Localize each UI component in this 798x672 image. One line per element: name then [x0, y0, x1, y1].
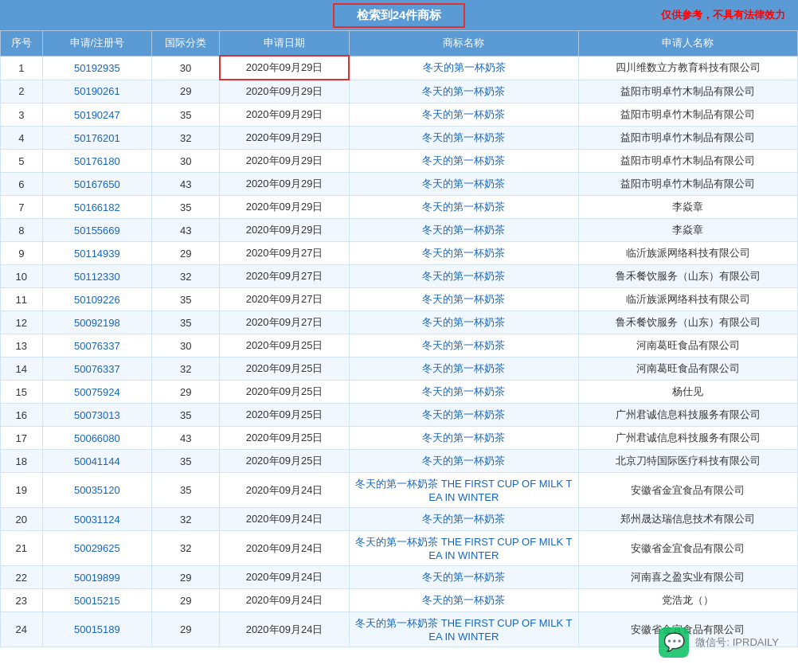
cell-trademark-name[interactable]: 冬天的第一杯奶茶 [349, 508, 578, 531]
cell-date: 2020年09月24日 [220, 566, 350, 589]
table-row: 1650073013352020年09月25日冬天的第一杯奶茶广州君诚信息科技服… [1, 404, 798, 427]
cell-trademark-name[interactable]: 冬天的第一杯奶茶 [349, 404, 578, 427]
cell-appno[interactable]: 50176180 [42, 150, 152, 173]
cell-appno[interactable]: 50192935 [42, 56, 152, 80]
cell-applicant: 广州君诚信息科技服务有限公司 [578, 404, 797, 427]
cell-applicant: 鲁禾餐饮服务（山东）有限公司 [578, 265, 797, 288]
cell-seq: 7 [1, 196, 43, 219]
cell-intl: 30 [152, 334, 220, 357]
table-container: 序号 申请/注册号 国际分类 申请日期 商标名称 申请人名称 150192935… [0, 30, 798, 647]
cell-seq: 3 [1, 104, 43, 127]
search-result-button[interactable]: 检索到24件商标 [333, 3, 466, 28]
cell-intl: 35 [152, 450, 220, 473]
cell-trademark-name[interactable]: 冬天的第一杯奶茶 [349, 56, 578, 80]
cell-date: 2020年09月29日 [220, 104, 350, 127]
cell-trademark-name[interactable]: 冬天的第一杯奶茶 [349, 357, 578, 381]
cell-appno[interactable]: 50029625 [42, 531, 152, 566]
cell-appno[interactable]: 50076337 [42, 334, 152, 357]
cell-trademark-name[interactable]: 冬天的第一杯奶茶 [349, 427, 578, 450]
cell-appno[interactable]: 50015215 [42, 589, 152, 612]
cell-date: 2020年09月29日 [220, 196, 350, 219]
cell-intl: 29 [152, 381, 220, 404]
cell-appno[interactable]: 50114939 [42, 242, 152, 265]
cell-date: 2020年09月27日 [220, 265, 350, 288]
table-row: 2150029625322020年09月24日冬天的第一杯奶茶 THE FIRS… [1, 531, 798, 566]
cell-intl: 32 [152, 127, 220, 150]
cell-date: 2020年09月24日 [220, 508, 350, 531]
cell-trademark-name[interactable]: 冬天的第一杯奶茶 [349, 219, 578, 242]
cell-appno[interactable]: 50155669 [42, 219, 152, 242]
cell-trademark-name[interactable]: 冬天的第一杯奶茶 THE FIRST CUP OF MILK TEA IN WI… [349, 612, 578, 647]
cell-applicant: 益阳市明卓竹木制品有限公司 [578, 150, 797, 173]
table-row: 250190261292020年09月29日冬天的第一杯奶茶益阳市明卓竹木制品有… [1, 80, 798, 104]
cell-applicant: 广州君诚信息科技服务有限公司 [578, 427, 797, 450]
cell-seq: 16 [1, 404, 43, 427]
cell-trademark-name[interactable]: 冬天的第一杯奶茶 [349, 334, 578, 357]
cell-trademark-name[interactable]: 冬天的第一杯奶茶 [349, 589, 578, 612]
cell-seq: 11 [1, 288, 43, 311]
cell-trademark-name[interactable]: 冬天的第一杯奶茶 [349, 381, 578, 404]
cell-trademark-name[interactable]: 冬天的第一杯奶茶 [349, 450, 578, 473]
cell-appno[interactable]: 50019899 [42, 566, 152, 589]
cell-appno[interactable]: 50015189 [42, 612, 152, 647]
cell-trademark-name[interactable]: 冬天的第一杯奶茶 [349, 288, 578, 311]
cell-appno[interactable]: 50109226 [42, 288, 152, 311]
cell-appno[interactable]: 50176201 [42, 127, 152, 150]
cell-appno[interactable]: 50092198 [42, 311, 152, 334]
cell-applicant: 安徽省金宜食品有限公司 [578, 531, 797, 566]
table-row: 450176201322020年09月29日冬天的第一杯奶茶益阳市明卓竹木制品有… [1, 127, 798, 150]
cell-appno[interactable]: 50167650 [42, 173, 152, 196]
cell-seq: 4 [1, 127, 43, 150]
cell-appno[interactable]: 50066080 [42, 427, 152, 450]
col-header-applicant: 申请人名称 [578, 31, 797, 57]
cell-date: 2020年09月25日 [220, 381, 350, 404]
cell-seq: 19 [1, 473, 43, 508]
cell-trademark-name[interactable]: 冬天的第一杯奶茶 [349, 150, 578, 173]
table-row: 850155669432020年09月29日冬天的第一杯奶茶李焱章 [1, 219, 798, 242]
cell-appno[interactable]: 50190247 [42, 104, 152, 127]
cell-seq: 23 [1, 589, 43, 612]
cell-date: 2020年09月27日 [220, 311, 350, 334]
cell-trademark-name[interactable]: 冬天的第一杯奶茶 [349, 196, 578, 219]
cell-date: 2020年09月25日 [220, 357, 350, 381]
cell-trademark-name[interactable]: 冬天的第一杯奶茶 [349, 104, 578, 127]
cell-seq: 12 [1, 311, 43, 334]
cell-trademark-name[interactable]: 冬天的第一杯奶茶 [349, 173, 578, 196]
cell-date: 2020年09月25日 [220, 404, 350, 427]
cell-applicant: 郑州晟达瑞信息技术有限公司 [578, 508, 797, 531]
table-row: 1950035120352020年09月24日冬天的第一杯奶茶 THE FIRS… [1, 473, 798, 508]
cell-applicant: 益阳市明卓竹木制品有限公司 [578, 127, 797, 150]
cell-seq: 9 [1, 242, 43, 265]
trademark-table: 序号 申请/注册号 国际分类 申请日期 商标名称 申请人名称 150192935… [0, 30, 798, 647]
cell-appno[interactable]: 50073013 [42, 404, 152, 427]
cell-appno[interactable]: 50075924 [42, 381, 152, 404]
cell-trademark-name[interactable]: 冬天的第一杯奶茶 [349, 566, 578, 589]
cell-applicant: 鲁禾餐饮服务（山东）有限公司 [578, 311, 797, 334]
cell-appno[interactable]: 50166182 [42, 196, 152, 219]
table-row: 1350076337302020年09月25日冬天的第一杯奶茶河南葛旺食品有限公… [1, 334, 798, 357]
cell-trademark-name[interactable]: 冬天的第一杯奶茶 [349, 242, 578, 265]
cell-trademark-name[interactable]: 冬天的第一杯奶茶 [349, 80, 578, 104]
cell-trademark-name[interactable]: 冬天的第一杯奶茶 THE FIRST CUP OF MILK TEA IN WI… [349, 531, 578, 566]
cell-seq: 13 [1, 334, 43, 357]
cell-trademark-name[interactable]: 冬天的第一杯奶茶 [349, 311, 578, 334]
cell-intl: 35 [152, 311, 220, 334]
cell-intl: 29 [152, 566, 220, 589]
cell-date: 2020年09月25日 [220, 450, 350, 473]
cell-intl: 32 [152, 531, 220, 566]
cell-intl: 43 [152, 173, 220, 196]
cell-trademark-name[interactable]: 冬天的第一杯奶茶 [349, 265, 578, 288]
cell-appno[interactable]: 50076337 [42, 357, 152, 381]
cell-seq: 1 [1, 56, 43, 80]
cell-seq: 20 [1, 508, 43, 531]
cell-appno[interactable]: 50031124 [42, 508, 152, 531]
cell-trademark-name[interactable]: 冬天的第一杯奶茶 THE FIRST CUP OF MILK TEA IN WI… [349, 473, 578, 508]
cell-date: 2020年09月25日 [220, 427, 350, 450]
cell-trademark-name[interactable]: 冬天的第一杯奶茶 [349, 127, 578, 150]
cell-appno[interactable]: 50112330 [42, 265, 152, 288]
cell-appno[interactable]: 50190261 [42, 80, 152, 104]
cell-date: 2020年09月29日 [220, 150, 350, 173]
cell-appno[interactable]: 50035120 [42, 473, 152, 508]
cell-intl: 32 [152, 265, 220, 288]
cell-appno[interactable]: 50041144 [42, 450, 152, 473]
